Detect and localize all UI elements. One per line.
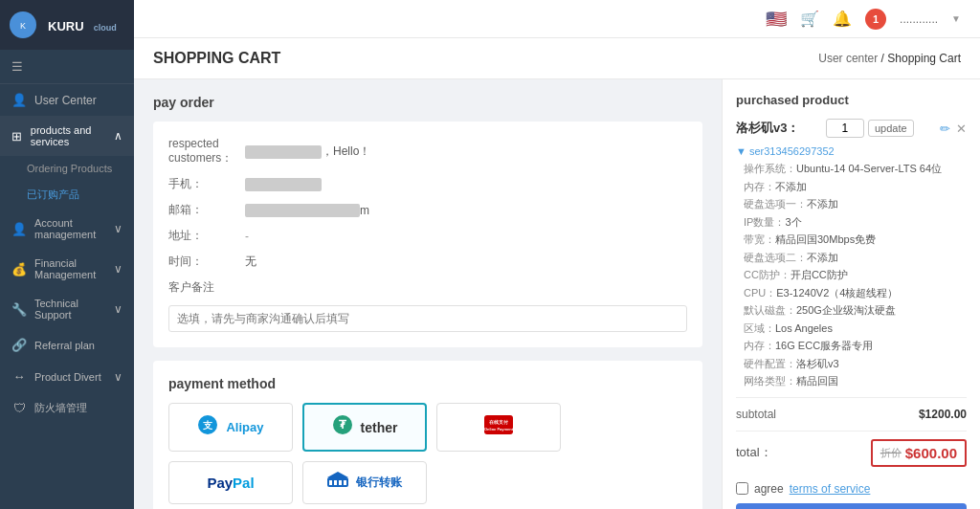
total-discounted-price: $600.00: [905, 445, 957, 461]
subtotal-row: subtotal $1200.00: [736, 397, 967, 431]
date-row: 时间： 无: [168, 254, 687, 270]
user-name-label[interactable]: ............: [900, 12, 938, 26]
sidebar-item-firewall[interactable]: 🛡 防火墙管理: [0, 392, 134, 424]
payment-methods: 支 Alipay ₮ tether 在线支付Online Payment: [168, 403, 687, 504]
logo-text: KURU cloud: [42, 17, 117, 33]
notification-icon[interactable]: 🔔: [833, 10, 852, 28]
agree-label: agree: [754, 482, 784, 496]
phone-value-blurred: [245, 178, 322, 191]
payment-title: payment method: [168, 376, 687, 391]
payment-tether[interactable]: ₮ tether: [302, 403, 427, 452]
bank-transfer-label: 银行转账: [356, 475, 402, 491]
svg-rect-12: [339, 480, 342, 485]
email-label: 邮箱：: [168, 202, 245, 218]
tether-icon: ₮: [332, 414, 353, 440]
detail-memory: 内存：不添加: [744, 179, 967, 195]
svg-text:K: K: [20, 21, 26, 31]
sidebar-item-financial-management[interactable]: 💰 Financial Management ∨: [0, 249, 134, 289]
detail-cpu: CPU：E3-1240V2（4核超线程）: [744, 285, 967, 301]
content-area: pay order respected customers： ，Hello！ 手…: [134, 79, 980, 509]
pay-order-title: pay order: [153, 95, 702, 110]
account-icon: 👤: [11, 222, 27, 236]
sidebar-item-user-center[interactable]: 👤 User Center: [0, 84, 134, 116]
payment-section: payment method 支 Alipay ₮ tether: [153, 361, 702, 509]
page-header: SHOPPING CART User center / Shopping Car…: [134, 38, 980, 79]
notes-input[interactable]: [168, 305, 687, 332]
customer-row: respected customers： ，Hello！: [168, 137, 687, 166]
sidebar-item-products-services[interactable]: ⊞ products and services ∧: [0, 116, 134, 156]
notes-input-row: [168, 305, 687, 332]
edit-icon[interactable]: ✏: [940, 122, 950, 136]
main-area: 🇺🇸 🛒 🔔 1 ............ ▼ SHOPPING CART Us…: [134, 0, 980, 509]
chevron-down-icon-2: ∨: [114, 262, 122, 276]
quantity-input[interactable]: [826, 119, 864, 138]
right-panel: purchased product 洛杉矶v3： update ✏ ✕ ▼ se…: [722, 79, 980, 509]
qty-controls: update: [826, 119, 914, 138]
update-button[interactable]: update: [868, 120, 914, 137]
product-detail-toggle[interactable]: ▼ ser313456297352: [736, 145, 967, 157]
notes-row: 客户备注: [168, 279, 687, 296]
svg-text:支: 支: [202, 420, 213, 431]
date-label: 时间：: [168, 254, 245, 270]
user-avatar[interactable]: 1: [865, 9, 886, 30]
sidebar: K KURU cloud ☰ 👤 User Center ⊞ products …: [0, 0, 134, 509]
product-detail-list: 操作系统：Ubuntu-14 04-Server-LTS 64位 内存：不添加 …: [744, 161, 967, 389]
address-value: -: [245, 230, 249, 243]
alipay-label: Alipay: [226, 420, 263, 434]
sidebar-item-ordering-products[interactable]: Ordering Products: [0, 156, 134, 181]
payment-alipay[interactable]: 支 Alipay: [168, 403, 293, 452]
customer-value-blurred: [245, 145, 322, 159]
chevron-down-icon: ∨: [114, 222, 122, 235]
divert-icon: ↔: [11, 369, 27, 384]
cart-icon[interactable]: 🛒: [800, 10, 819, 28]
date-value: 无: [245, 254, 256, 270]
delete-icon[interactable]: ✕: [956, 122, 967, 136]
page-title: SHOPPING CART: [153, 50, 280, 67]
user-icon: 👤: [11, 93, 27, 107]
firewall-icon: 🛡: [11, 401, 27, 415]
online-pay-icon: 在线支付Online Payment: [484, 415, 513, 439]
svg-rect-11: [334, 480, 337, 485]
alipay-icon: 支: [197, 414, 218, 440]
sidebar-item-technical-support[interactable]: 🔧 Technical Support ∨: [0, 289, 134, 329]
sidebar-item-referral-plan[interactable]: 🔗 Referral plan: [0, 329, 134, 361]
paypal-label: PayPal: [207, 475, 254, 491]
support-icon: 🔧: [11, 302, 27, 317]
sidebar-item-account-management[interactable]: 👤 Account management ∨: [0, 209, 134, 249]
customer-suffix: ，Hello！: [322, 144, 370, 160]
breadcrumb: User center / Shopping Cart: [818, 52, 961, 65]
tether-label: tether: [361, 420, 398, 435]
svg-text:Online Payment: Online Payment: [484, 427, 513, 432]
dropdown-arrow[interactable]: ▼: [951, 13, 961, 24]
terms-checkbox[interactable]: [736, 482, 748, 495]
payment-bank-transfer[interactable]: 银行转账: [302, 461, 427, 504]
bank-icon: [327, 472, 348, 494]
detail-default-disk: 默认磁盘：250G企业级淘汰硬盘: [744, 302, 967, 319]
detail-cc: CC防护：开启CC防护: [744, 267, 967, 283]
menu-toggle[interactable]: ☰: [0, 50, 134, 84]
sidebar-item-product-divert[interactable]: ↔ Product Divert ∨: [0, 361, 134, 392]
payment-online[interactable]: 在线支付Online Payment: [436, 403, 561, 452]
email-suffix: m: [360, 204, 369, 217]
product-name: 洛杉矶v3：: [736, 120, 799, 137]
top-header: 🇺🇸 🛒 🔔 1 ............ ▼: [134, 0, 980, 38]
detail-bandwidth: 带宽：精品回国30Mbps免费: [744, 232, 967, 248]
finance-icon: 💰: [11, 262, 27, 277]
breadcrumb-current: Shopping Cart: [887, 52, 961, 65]
notes-label: 客户备注: [168, 279, 245, 296]
svg-rect-10: [329, 480, 332, 485]
checkout-button[interactable]: 🛒 check out immediately: [736, 503, 967, 510]
detail-os: 操作系统：Ubuntu-14 04-Server-LTS 64位: [744, 161, 967, 177]
subtotal-amount: $1200.00: [919, 408, 967, 421]
breadcrumb-home[interactable]: User center: [818, 52, 878, 65]
payment-paypal[interactable]: PayPal: [168, 461, 293, 504]
language-flag[interactable]: 🇺🇸: [766, 9, 787, 30]
customer-label: respected customers：: [168, 137, 245, 166]
total-original-price: 折价: [880, 446, 902, 460]
referral-icon: 🔗: [11, 338, 27, 352]
chevron-up-icon: ∧: [114, 129, 122, 143]
phone-row: 手机：: [168, 176, 687, 192]
terms-link[interactable]: terms of service: [790, 482, 871, 496]
sidebar-item-my-products[interactable]: 已订购产品: [0, 181, 134, 209]
detail-region: 区域：Los Angeles: [744, 321, 967, 337]
